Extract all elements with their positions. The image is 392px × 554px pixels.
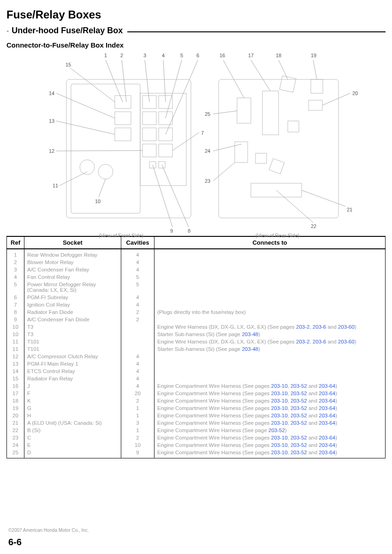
svg-point-16 <box>80 160 95 175</box>
svg-text:9: 9 <box>170 228 173 234</box>
table-row: 22B (Si)1Engine Compartment Wire Harness… <box>7 427 386 434</box>
page-title: Fuse/Relay Boxes <box>6 8 386 21</box>
svg-text:3: 3 <box>143 53 146 58</box>
svg-rect-21 <box>279 76 296 92</box>
svg-line-45 <box>251 60 270 91</box>
table-row: 1Rear Window Defogger Relay4 <box>7 249 386 259</box>
index-label: Connector-to-Fuse/Relay Box Index <box>6 41 386 49</box>
svg-rect-1 <box>71 84 140 213</box>
table-row: 8Radiator Fan Diode2(Plugs directly into… <box>7 308 386 316</box>
svg-line-43 <box>70 68 115 102</box>
svg-line-29 <box>106 60 123 102</box>
svg-rect-23 <box>309 100 322 110</box>
svg-line-49 <box>302 190 345 206</box>
svg-text:2: 2 <box>120 53 123 58</box>
table-row: 12A/C Compressor Clutch Relay4 <box>7 353 386 360</box>
table-row: 16J4Engine Compartment Wire Harness (See… <box>7 382 386 390</box>
svg-rect-3 <box>115 96 131 108</box>
table-row: 6PGM-FI Subrelay4 <box>7 294 386 301</box>
connector-index-table: Ref Socket Cavities Connects to 1Rear Wi… <box>6 236 386 458</box>
subtitle-row: - Under-hood Fuse/Relay Box <box>6 26 386 36</box>
table-row: 15Radiator Fan Relay4 <box>7 375 386 382</box>
svg-rect-22 <box>311 79 323 93</box>
table-row: 2Blower Motor Relay4 <box>7 259 386 266</box>
svg-line-38 <box>99 179 106 197</box>
table-row: 11T101Engine Wire Harness (DX, DX-G, LX,… <box>7 338 386 345</box>
th-cavities: Cavities <box>121 236 154 249</box>
svg-text:11: 11 <box>53 183 58 188</box>
svg-rect-24 <box>288 121 299 132</box>
svg-rect-2 <box>140 93 186 186</box>
svg-line-51 <box>213 163 235 181</box>
th-ref: Ref <box>7 236 24 249</box>
svg-text:7: 7 <box>201 130 204 136</box>
svg-line-52 <box>213 144 242 151</box>
svg-line-39 <box>59 172 87 186</box>
svg-text:20: 20 <box>352 90 358 96</box>
svg-rect-5 <box>115 128 131 141</box>
svg-text:1: 1 <box>104 53 107 58</box>
svg-rect-27 <box>269 158 284 174</box>
table-row: 10T3Starter Sub-harness (Si) (See page 2… <box>7 331 386 338</box>
svg-line-47 <box>313 60 317 79</box>
svg-text:8: 8 <box>188 228 190 234</box>
svg-text:13: 13 <box>49 118 54 124</box>
table-row: 3A/C Condenser Fan Relay4 <box>7 266 386 273</box>
svg-text:19: 19 <box>311 53 316 58</box>
svg-text:15: 15 <box>65 62 71 67</box>
table-row: 21A (ELD Unit) (USA: Canada: Si)3Engine … <box>7 419 386 427</box>
th-connects: Connects to <box>154 236 386 249</box>
dash-icon: - <box>6 27 9 35</box>
table-row: 20H1Engine Compartment Wire Harness (See… <box>7 412 386 419</box>
svg-text:25: 25 <box>205 111 210 117</box>
svg-line-53 <box>213 111 237 114</box>
svg-line-34 <box>166 60 198 134</box>
table-row: 19G1Engine Compartment Wire Harness (See… <box>7 404 386 412</box>
svg-line-33 <box>166 60 182 118</box>
svg-rect-12 <box>143 144 156 157</box>
svg-rect-19 <box>237 98 251 123</box>
svg-text:6: 6 <box>196 53 199 58</box>
svg-text:16: 16 <box>220 53 225 58</box>
svg-text:14: 14 <box>49 90 54 96</box>
svg-text:12: 12 <box>49 148 54 154</box>
table-row: 17F20Engine Compartment Wire Harness (Se… <box>7 390 386 397</box>
svg-line-40 <box>56 151 143 151</box>
svg-line-46 <box>279 60 288 79</box>
svg-line-35 <box>172 132 199 151</box>
svg-text:24: 24 <box>205 148 210 154</box>
svg-rect-25 <box>235 142 248 163</box>
svg-text:23: 23 <box>205 178 210 184</box>
svg-rect-10 <box>143 128 156 141</box>
svg-line-48 <box>322 93 350 105</box>
table-row: 4Fan Control Relay5 <box>7 273 386 281</box>
svg-rect-13 <box>159 144 172 157</box>
svg-rect-8 <box>143 112 156 125</box>
table-row: 11T101Starter Sub-harness (Si) (See page… <box>7 345 386 353</box>
subtitle: Under-hood Fuse/Relay Box <box>12 26 123 36</box>
copyright: ©2007 American Honda Motor Co., Inc. <box>8 528 89 533</box>
svg-text:18: 18 <box>276 53 281 58</box>
rule-line <box>127 31 386 32</box>
svg-line-42 <box>56 93 115 118</box>
svg-point-17 <box>98 164 113 179</box>
svg-text:21: 21 <box>347 207 352 212</box>
table-row: 23C2Engine Compartment Wire Harness (See… <box>7 434 386 441</box>
table-row: 25D9Engine Compartment Wire Harness (See… <box>7 449 386 458</box>
page-number: 6-6 <box>8 537 22 548</box>
fuse-box-diagram: 1 2 3 4 5 6 7 8 9 10 11 12 13 14 15 16 1… <box>6 52 386 234</box>
table-row: 10T3Engine Wire Harness (DX, DX-G, LX, G… <box>7 323 386 331</box>
table-row: 9A/C Condenser Fan Diode2 <box>7 316 386 323</box>
svg-text:22: 22 <box>311 223 316 229</box>
th-socket: Socket <box>24 236 121 249</box>
table-row: 18K2Engine Compartment Wire Harness (See… <box>7 397 386 404</box>
diagram-caption-right: (View of Rear Side) <box>255 233 299 238</box>
diagram-caption-left: (View of Front Side) <box>99 233 143 238</box>
svg-text:5: 5 <box>180 53 183 58</box>
svg-rect-20 <box>262 91 279 135</box>
svg-text:10: 10 <box>95 199 101 204</box>
table-row: 7Ignition Coil Relay4 <box>7 301 386 308</box>
table-row: 14ETCS Control Relay4 <box>7 367 386 375</box>
diagram-region: 1 2 3 4 5 6 7 8 9 10 11 12 13 14 15 16 1… <box>6 52 386 234</box>
svg-line-41 <box>56 121 115 134</box>
